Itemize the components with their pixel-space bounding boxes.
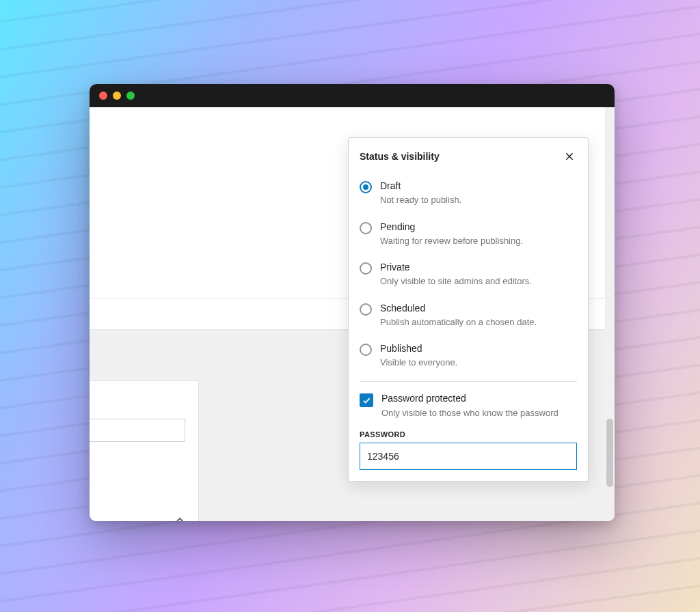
- app-window: Status & visibility Draft Not ready to p…: [90, 84, 615, 521]
- radio-draft[interactable]: [360, 181, 372, 193]
- divider: [360, 381, 577, 382]
- window-maximize-dot[interactable]: [126, 92, 135, 100]
- status-option-desc: Only visible to site admins and editors.: [380, 275, 532, 288]
- window-titlebar: [90, 84, 615, 107]
- password-field-label: PASSWORD: [360, 430, 577, 439]
- sidebar-input[interactable]: [90, 419, 185, 442]
- status-option-pending[interactable]: Pending Waiting for review before publis…: [360, 214, 577, 255]
- status-option-label: Draft: [380, 180, 461, 191]
- status-option-scheduled[interactable]: Scheduled Publish automatically on a cho…: [360, 296, 577, 337]
- sidebar-panel: [90, 380, 199, 521]
- scrollbar-track[interactable]: [605, 107, 615, 521]
- status-option-label: Private: [380, 262, 532, 273]
- password-protected-desc: Only visible to those who know the passw…: [381, 408, 558, 418]
- password-protected-row[interactable]: Password protected Only visible to those…: [360, 389, 577, 421]
- password-input[interactable]: [360, 443, 577, 470]
- status-option-desc: Visible to everyone.: [380, 357, 457, 369]
- scrollbar-thumb[interactable]: [606, 419, 613, 487]
- chevron-up-icon[interactable]: [169, 509, 191, 521]
- status-option-label: Scheduled: [380, 303, 537, 314]
- status-option-desc: Publish automatically on a chosen date.: [380, 316, 537, 329]
- app-content: Status & visibility Draft Not ready to p…: [90, 107, 615, 521]
- radio-pending[interactable]: [360, 222, 372, 234]
- status-option-private[interactable]: Private Only visible to site admins and …: [360, 255, 577, 296]
- status-option-label: Pending: [380, 221, 523, 232]
- password-protected-label: Password protected: [381, 393, 558, 404]
- status-option-draft[interactable]: Draft Not ready to publish.: [360, 173, 577, 214]
- popover-title: Status & visibility: [360, 151, 440, 162]
- radio-published[interactable]: [360, 344, 372, 356]
- window-close-dot[interactable]: [99, 92, 107, 100]
- status-option-desc: Waiting for review before publishing.: [380, 235, 523, 247]
- status-visibility-popover: Status & visibility Draft Not ready to p…: [348, 137, 589, 482]
- window-minimize-dot[interactable]: [113, 92, 121, 100]
- radio-scheduled[interactable]: [360, 303, 372, 316]
- status-option-desc: Not ready to publish.: [380, 194, 461, 206]
- radio-private[interactable]: [360, 262, 372, 275]
- password-protected-checkbox[interactable]: [360, 393, 373, 407]
- status-option-label: Published: [380, 343, 457, 354]
- close-icon[interactable]: [562, 149, 577, 164]
- status-option-published[interactable]: Published Visible to everyone.: [360, 336, 577, 377]
